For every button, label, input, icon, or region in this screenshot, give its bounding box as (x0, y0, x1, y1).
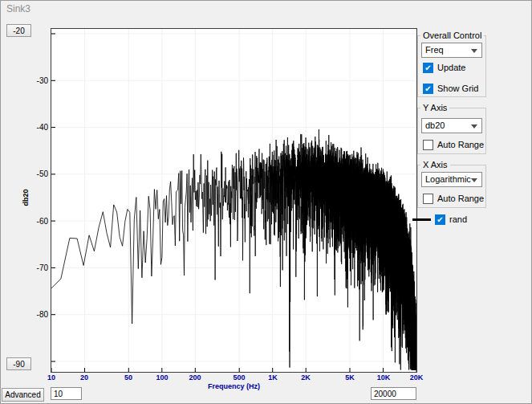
y-tick-label: -50 (22, 169, 48, 179)
y-axis-dropdown[interactable]: db20 (421, 118, 482, 133)
x-tick-label: 100 (148, 373, 176, 382)
advanced-button[interactable]: Advanced (2, 388, 44, 402)
spectrum-plot (51, 29, 416, 372)
y-tick-label: -30 (22, 75, 48, 86)
x-axis-dropdown[interactable]: Logarithmic (421, 172, 482, 187)
overall-control-dropdown-value: Freq (425, 45, 444, 55)
x-auto-range-label: Auto Range (437, 194, 484, 204)
y-axis-dropdown-value: db20 (425, 120, 445, 130)
y-tick-label: -60 (22, 216, 48, 226)
overall-control-dropdown[interactable]: Freq (421, 43, 482, 58)
y-axis-group: Y Axis db20 ✔ Auto Range (417, 108, 486, 154)
show-grid-checkbox-label: Show Grid (437, 84, 478, 94)
update-checkbox[interactable]: ✔ (423, 63, 433, 73)
x-tick-label: 2K (292, 373, 319, 382)
x-tick-label: 10K (370, 373, 397, 382)
x-tick-label: 20K (403, 373, 430, 382)
x-tick-label: 10 (38, 373, 65, 382)
overall-control-group: Overall Control Freq ✔ Update ✔ Show Gri… (417, 35, 486, 97)
y-max-button[interactable]: -20 (6, 24, 31, 37)
y-tick-label: -80 (22, 309, 48, 320)
show-grid-checkbox-row[interactable]: ✔ Show Grid (423, 84, 478, 94)
x-tick-label: 200 (181, 373, 209, 382)
y-auto-range-checkbox[interactable]: ✔ (423, 140, 433, 150)
y-min-button[interactable]: -90 (6, 357, 31, 370)
chevron-down-icon (471, 124, 477, 129)
plot-area[interactable] (51, 28, 417, 373)
overall-control-label: Overall Control (420, 31, 484, 40)
show-grid-checkbox[interactable]: ✔ (423, 84, 433, 94)
x-axis-dropdown-value: Logarithmic (425, 174, 471, 184)
x-tick-label: 1K (259, 373, 286, 382)
check-icon: ✔ (424, 63, 433, 72)
x-tick-label: 500 (225, 373, 253, 382)
legend-series-checkbox[interactable]: ✔ (435, 214, 445, 225)
y-auto-range-row[interactable]: ✔ Auto Range (423, 140, 484, 150)
y-tick-label: -70 (22, 263, 48, 273)
x-tick-label: 20 (71, 373, 98, 382)
legend-series-label: rand (449, 214, 467, 225)
check-icon: ✔ (424, 84, 433, 93)
legend: ✔ rand (412, 214, 467, 225)
check-icon: ✔ (436, 215, 445, 224)
chevron-down-icon (471, 49, 477, 53)
update-checkbox-label: Update (437, 63, 465, 73)
x-tick-label: 5K (336, 373, 363, 382)
legend-line-swatch (412, 218, 431, 221)
x-max-input[interactable] (371, 387, 416, 400)
window-title: Sink3 (6, 3, 30, 14)
x-auto-range-row[interactable]: ✔ Auto Range (423, 194, 484, 204)
x-auto-range-checkbox[interactable]: ✔ (423, 194, 433, 204)
y-axis-title: db20 (22, 189, 30, 206)
x-min-input[interactable] (51, 387, 82, 400)
chevron-down-icon (471, 178, 477, 182)
update-checkbox-row[interactable]: ✔ Update (423, 63, 465, 73)
y-tick-label: -40 (22, 122, 48, 133)
x-tick-label: 50 (115, 373, 142, 382)
x-axis-group-label: X Axis (420, 160, 450, 169)
x-axis-title: Frequency (Hz) (51, 382, 416, 390)
sink-window: Sink3 -20 -90 Advanced db20 -30-40-50-60… (0, 0, 532, 404)
x-axis-group: X Axis Logarithmic ✔ Auto Range (417, 165, 486, 208)
y-axis-group-label: Y Axis (420, 103, 449, 112)
window-titlebar[interactable]: Sink3 (1, 1, 531, 18)
y-auto-range-label: Auto Range (437, 140, 484, 150)
